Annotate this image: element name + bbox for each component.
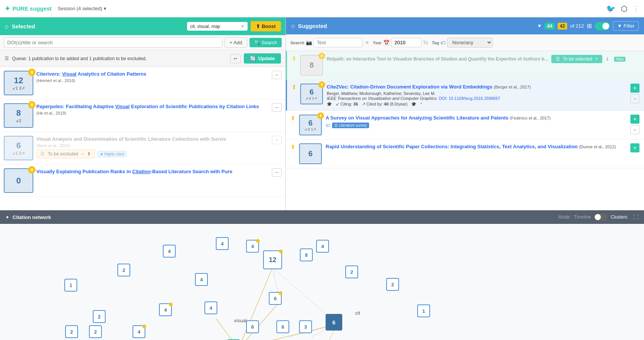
pub-title[interactable]: Citerivers: Visual Analytics of Citation… (36, 71, 269, 78)
chevron-up-icon[interactable]: ⬆ (292, 84, 296, 91)
network-icon: ✦ (5, 214, 9, 220)
highly-cited-badge: ★ Highly cited (97, 151, 126, 157)
boost-button[interactable]: ⬆ Boost (251, 21, 281, 31)
remove-pub-button[interactable]: − (272, 103, 282, 112)
update-button[interactable]: 🔄 Update (244, 53, 281, 64)
pub-title[interactable]: Visual Analysis and Dissemination of Sci… (36, 136, 269, 143)
undo-button[interactable]: ↩ (230, 54, 241, 63)
filter-button[interactable]: ▼ Filter (613, 21, 639, 31)
sug-doi[interactable]: DOI: 10.1109/tvcg.2016.2598667 (439, 96, 500, 101)
literature-survey-badge: ☰ Literature survey (332, 123, 369, 128)
cited-label: ↗ Cited by: 40 (8.0/year) (362, 102, 408, 107)
year-to-label: To (423, 40, 428, 45)
chevron-up-icon[interactable]: ⬆ (290, 143, 295, 151)
network-node[interactable]: 4 (316, 240, 329, 253)
remove-pub-button[interactable]: − (272, 136, 282, 144)
sug-title[interactable]: Rapid Understanding of Scientific Paper … (326, 143, 627, 150)
network-node[interactable]: 12 (263, 250, 282, 269)
pub-number: 12 (14, 76, 23, 85)
boost-clear-icon[interactable]: ✕ (240, 23, 245, 29)
network-node[interactable]: 3 (299, 320, 312, 333)
network-node[interactable]: 4 (159, 303, 172, 316)
chevron-down-icon[interactable]: ⬇ (605, 56, 610, 62)
search-clear-icon[interactable]: ✕ (365, 40, 369, 45)
add-label: + Add (229, 40, 242, 45)
list-item: ⬆ 0 Visually Explaining Publication Rank… (0, 165, 285, 197)
sug-title[interactable]: A Survey on Visual Approaches for Analyz… (326, 115, 627, 121)
update-label: Update (258, 56, 275, 61)
chevron-up-icon[interactable]: ⬆ (292, 55, 296, 62)
node-dot (169, 303, 173, 306)
quote-icon[interactable]: " (420, 102, 422, 107)
page-nav-icon[interactable]: ⊞ (587, 22, 592, 29)
network-node[interactable]: 6 (326, 314, 342, 331)
to-be-selected-bar[interactable]: ☰ To be selected + (551, 55, 602, 63)
cite-right: 1↗ (312, 96, 317, 100)
session-caret-icon: ▾ (104, 6, 106, 11)
network-node[interactable]: 6 (276, 320, 289, 333)
sug-content: Rapid Understanding of Scientific Paper … (326, 143, 627, 150)
expand-icon[interactable]: ⛶ (633, 214, 639, 220)
mode-toggle[interactable] (594, 213, 608, 221)
sug-thumbnail: ⬆ 6 ↙2 1↗ (299, 115, 322, 135)
suggested-list: ⬆ ⬆ 8 Relpath: an Interactive Tool to Vi… (286, 51, 644, 210)
doi-search-bar: + Add 🔍 Search (0, 35, 285, 50)
network-node[interactable]: 4 (133, 325, 145, 338)
session-selector[interactable]: Session (4 selected) ▾ (58, 6, 106, 11)
pub-title[interactable]: Paperpoles: Facilitating Adaptive Visual… (36, 103, 269, 110)
remove-suggested-button[interactable]: − (630, 94, 639, 103)
boost-terms[interactable]: cit, visual, map (190, 24, 238, 29)
sug-content: Cite2Vec: Citation-Driven Document Explo… (327, 84, 627, 107)
doi-input[interactable] (4, 37, 222, 48)
add-button[interactable]: + Add (225, 37, 247, 48)
network-node[interactable]: 2 (93, 310, 106, 323)
twitter-icon[interactable]: 🐦 (606, 4, 616, 13)
network-node[interactable]: 2 (65, 325, 78, 338)
pub-title[interactable]: Visually Explaining Publication Ranks in… (36, 168, 269, 175)
network-node[interactable]: 2 (117, 264, 130, 276)
pub-content: Visual Analysis and Dissemination of Sci… (36, 136, 269, 158)
view-toggle[interactable] (595, 22, 610, 30)
network-label: cit (355, 310, 360, 316)
network-node[interactable]: 4 (204, 301, 217, 314)
remove-suggested-button[interactable]: − (630, 125, 639, 134)
network-node[interactable]: 2 (89, 325, 102, 338)
network-node[interactable]: 2 (345, 265, 358, 278)
sug-cite-info: 🎓 ↙ Citing: 36 ↗ Cited by: 40 (8.0/year)… (327, 102, 627, 107)
cite-counts: ↙2 (16, 119, 21, 123)
sug-number: 6 (308, 119, 312, 127)
node-dot (256, 239, 260, 243)
github-icon[interactable]: ⬡ (621, 4, 627, 13)
sug-title[interactable]: Cite2Vec: Citation-Driven Document Explo… (327, 84, 627, 90)
search-icon: 🔍 (254, 40, 260, 45)
scholar-icon[interactable]: 🎓 (411, 102, 416, 107)
citation-network-header: ✦ Citation network Mode: Timeline Cluste… (0, 210, 644, 224)
network-node[interactable]: 2 (386, 278, 399, 291)
network-node[interactable]: 1 (417, 304, 430, 317)
more-options-icon[interactable]: ⋮ (633, 5, 639, 13)
boost-label: Boost (262, 23, 276, 29)
add-suggested-button[interactable]: + (630, 115, 639, 124)
network-node[interactable]: 6 (269, 292, 282, 305)
sug-content: Relpath: an Interactive Tool to Visualiz… (327, 55, 639, 63)
tag-select[interactable]: None/any (447, 37, 493, 48)
sug-title[interactable]: Relpath: an Interactive Tool to Visualiz… (327, 56, 548, 62)
search-button[interactable]: 🔍 Search (249, 38, 282, 47)
network-node[interactable]: 8 (300, 248, 313, 261)
add-suggested-button[interactable]: + (630, 143, 639, 152)
network-node[interactable]: 4 (195, 273, 208, 286)
exclude-chevron-icon[interactable]: ⬆ (87, 151, 91, 157)
add-suggested-button[interactable]: + (630, 84, 639, 93)
search-input[interactable] (313, 38, 363, 47)
network-node[interactable]: 4 (163, 245, 176, 258)
network-node[interactable]: 4 (216, 237, 229, 250)
mode-toggle-knob (595, 214, 601, 220)
network-node[interactable]: 6 (246, 320, 259, 333)
network-node[interactable]: 4 (246, 240, 259, 253)
remove-pub-button[interactable]: − (272, 168, 282, 177)
remove-pub-button[interactable]: − (272, 71, 282, 79)
network-node[interactable]: 1 (64, 279, 77, 292)
year-from-input[interactable] (391, 38, 421, 47)
chevron-up-icon[interactable]: ⬆ (290, 115, 295, 122)
toggle-background[interactable] (595, 22, 610, 30)
